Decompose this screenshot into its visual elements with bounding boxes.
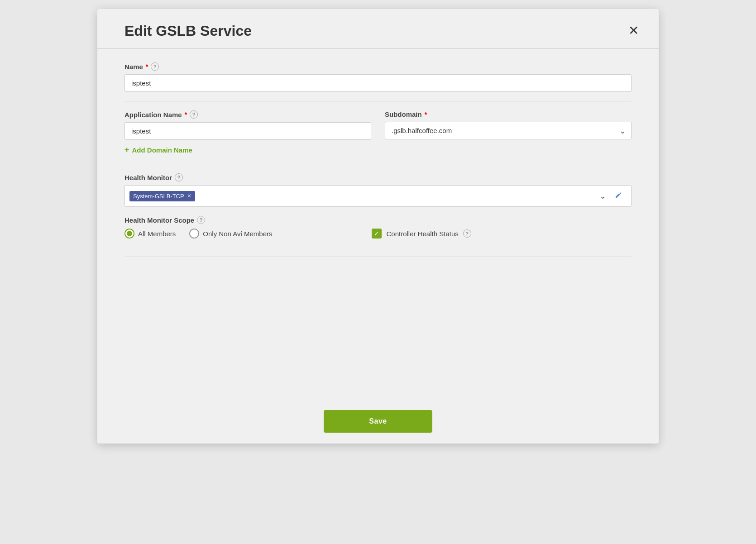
health-monitor-section: Health Monitor ? System-GSLB-TCP ✕ ⌄ (124, 173, 632, 207)
name-label: Name * ? (124, 62, 632, 71)
subdomain-select[interactable]: .gslb.halfcoffee.com (385, 122, 632, 139)
name-help-icon[interactable]: ? (151, 62, 159, 71)
health-monitor-scope-section: Health Monitor Scope ? All Members Onl (124, 216, 632, 239)
scope-label: Health Monitor Scope ? (124, 216, 632, 224)
controller-health-label: Controller Health Status (386, 230, 458, 238)
edit-gslb-modal: Edit GSLB Service ✕ Name * ? Application… (97, 9, 659, 444)
scope-options: All Members Only Non Avi Members (124, 229, 272, 239)
controller-health-help-icon[interactable]: ? (463, 229, 471, 238)
save-button[interactable]: Save (324, 410, 432, 433)
controller-health-checkbox[interactable]: ✓ (372, 229, 382, 239)
scope-help-icon[interactable]: ? (197, 216, 205, 224)
health-monitor-tag: System-GSLB-TCP ✕ (129, 191, 195, 201)
app-name-help-icon[interactable]: ? (190, 110, 198, 119)
subdomain-required-star: * (425, 111, 427, 118)
add-domain-button[interactable]: + Add Domain Name (124, 145, 192, 155)
radio-all-members-circle (124, 229, 134, 239)
scope-row: All Members Only Non Avi Members ✓ Contr… (124, 229, 632, 239)
controller-health-section: ✓ Controller Health Status ? (372, 229, 471, 239)
modal-body: Name * ? Application Name * ? Subdomain (97, 49, 659, 399)
health-monitor-chevron-icon[interactable]: ⌄ (599, 191, 606, 201)
app-name-label: Application Name * ? (124, 110, 371, 119)
app-subdomain-row: Application Name * ? Subdomain * .gslb.h… (124, 110, 632, 140)
divider-1 (124, 101, 632, 101)
radio-all-members-label: All Members (138, 230, 176, 238)
divider-2 (124, 164, 632, 164)
radio-only-non-avi-label: Only Non Avi Members (203, 230, 272, 238)
checkmark-icon: ✓ (374, 230, 379, 237)
app-required-star: * (185, 111, 187, 118)
radio-only-non-avi-circle (189, 229, 199, 239)
name-section: Name * ? (124, 62, 632, 92)
name-required-star: * (146, 63, 148, 70)
modal-title: Edit GSLB Service (124, 23, 252, 39)
subdomain-select-container: .gslb.halfcoffee.com ⌄ (385, 122, 632, 139)
subdomain-section: Subdomain * .gslb.halfcoffee.com ⌄ (385, 110, 632, 140)
app-name-section: Application Name * ? (124, 110, 371, 140)
remove-tag-button[interactable]: ✕ (187, 193, 191, 199)
health-monitor-help-icon[interactable]: ? (175, 173, 183, 181)
close-button[interactable]: ✕ (627, 23, 641, 39)
modal-footer: Save (97, 399, 659, 444)
divider-3 (124, 257, 632, 257)
tag-label: System-GSLB-TCP (133, 193, 184, 200)
add-domain-label: Add Domain Name (132, 146, 192, 154)
radio-only-non-avi[interactable]: Only Non Avi Members (189, 229, 272, 239)
plus-icon: + (124, 145, 129, 155)
health-monitor-input-row: System-GSLB-TCP ✕ ⌄ (124, 185, 632, 207)
name-input[interactable] (124, 74, 632, 92)
health-monitor-label: Health Monitor ? (124, 173, 632, 181)
subdomain-label: Subdomain * (385, 110, 632, 118)
radio-all-members[interactable]: All Members (124, 229, 176, 239)
app-name-input[interactable] (124, 122, 371, 140)
modal-header: Edit GSLB Service ✕ (97, 9, 659, 49)
health-monitor-edit-icon[interactable] (610, 188, 627, 204)
